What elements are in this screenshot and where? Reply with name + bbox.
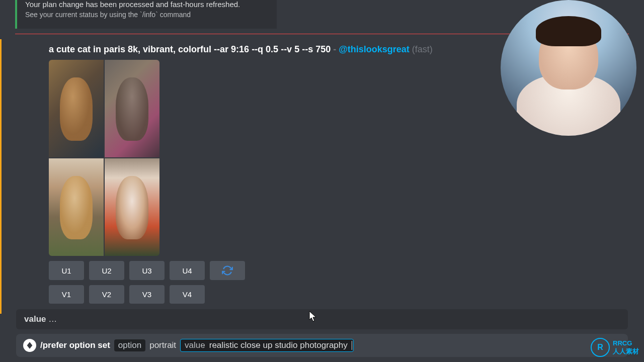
param-value-editing[interactable]: value realistic close up studio photogra…	[180, 339, 354, 352]
slash-command: /prefer option set	[40, 340, 110, 350]
prompt-text: a cute cat in paris 8k, vibrant, colorfu…	[49, 44, 331, 54]
generated-image-1	[49, 60, 104, 157]
param-value-label: value	[185, 340, 205, 350]
variation-2-button[interactable]: V2	[89, 285, 124, 304]
presenter-webcam-overlay	[501, 0, 636, 136]
user-mention[interactable]: @thislooksgreat	[339, 44, 410, 54]
upscale-2-button[interactable]: U2	[89, 261, 124, 280]
generated-image-4	[105, 158, 159, 256]
param-option-value: portrait	[149, 340, 176, 350]
prompt-dash: -	[333, 44, 336, 54]
watermark-text-cn: 人人素材	[613, 347, 639, 356]
refresh-icon	[222, 265, 233, 276]
generation-mode: (fast)	[412, 44, 433, 54]
system-message-line1: Your plan change has been processed and …	[25, 0, 269, 9]
param-value-text: realistic close up studio photography	[209, 340, 348, 350]
watermark-text-en: RRCG	[613, 339, 639, 347]
text-caret	[352, 341, 352, 350]
upscale-4-button[interactable]: U4	[170, 261, 205, 280]
autocomplete-hint: …	[48, 314, 57, 324]
variation-4-button[interactable]: V4	[170, 285, 205, 304]
param-option-label: option	[114, 339, 145, 351]
variation-3-button[interactable]: V3	[129, 285, 165, 304]
watermark-logo: R	[591, 338, 610, 357]
upscale-3-button[interactable]: U3	[129, 261, 165, 280]
autocomplete-param-name: value	[24, 314, 46, 324]
bot-avatar-icon	[23, 339, 36, 352]
watermark: R RRCG 人人素材	[591, 338, 639, 357]
generated-image-2	[105, 60, 159, 157]
command-autocomplete-popup[interactable]: value …	[16, 309, 628, 329]
reroll-button[interactable]	[210, 261, 245, 280]
variation-button-row: V1 V2 V3 V4	[49, 285, 629, 304]
system-message: Your plan change has been processed and …	[15, 0, 277, 29]
chat-input-bar[interactable]: /prefer option set option portrait value…	[16, 334, 628, 357]
generated-image-grid[interactable]	[49, 60, 159, 256]
variation-1-button[interactable]: V1	[49, 285, 84, 304]
upscale-button-row: U1 U2 U3 U4	[49, 261, 629, 280]
upscale-1-button[interactable]: U1	[49, 261, 84, 280]
system-message-line2: See your current status by using the `/i…	[25, 11, 269, 19]
generated-image-3	[49, 158, 104, 256]
